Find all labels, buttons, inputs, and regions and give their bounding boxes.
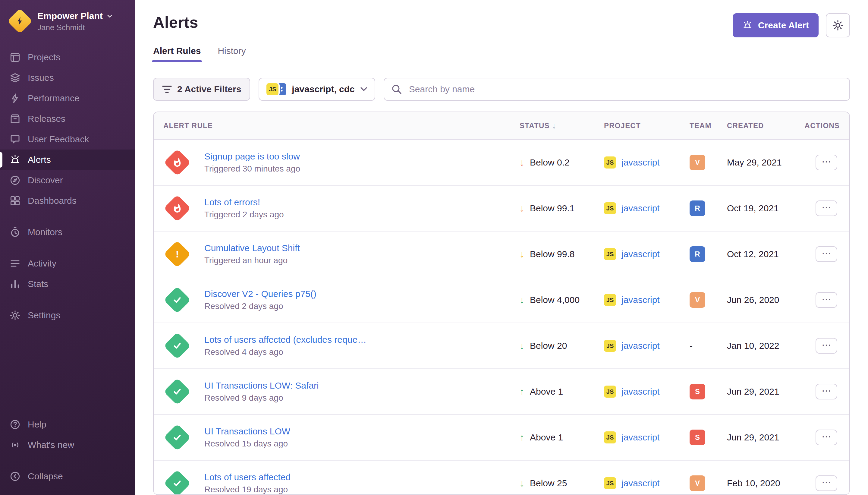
projects-icon xyxy=(10,52,20,63)
siren-icon xyxy=(742,20,752,31)
alert-rule-link[interactable]: Discover V2 - Queries p75() xyxy=(204,289,316,299)
status-value: Above 1 xyxy=(530,432,563,443)
team-avatar: S xyxy=(690,384,705,399)
tab-alert-rules[interactable]: Alert Rules xyxy=(153,46,201,62)
alert-rule-link[interactable]: Lots of users affected xyxy=(204,472,291,482)
row-actions-button[interactable]: ⋯ xyxy=(816,155,837,170)
alert-rule-link[interactable]: Cumulative Layout Shift xyxy=(204,243,300,253)
check-icon xyxy=(172,341,182,351)
active-filters-button[interactable]: 2 Active Filters xyxy=(153,78,250,101)
sidebar-item-discover[interactable]: Discover xyxy=(0,170,135,190)
alert-rule-link[interactable]: Lots of users affected (excludes reque… xyxy=(204,335,366,345)
resolved-alert-icon xyxy=(163,470,191,495)
created-date: Jun 29, 2021 xyxy=(727,387,796,397)
trend-down-icon: ↓ xyxy=(520,478,524,489)
nav-group-divider xyxy=(0,242,135,253)
sidebar-item-whats-new[interactable]: What's new xyxy=(0,435,135,455)
sidebar-item-settings[interactable]: Settings xyxy=(0,305,135,326)
bar-chart-icon xyxy=(10,278,20,289)
alert-rule-subtitle: Triggered 30 minutes ago xyxy=(204,164,300,174)
table-row: Lots of users affected (excludes reque… … xyxy=(154,323,849,369)
alert-rule-link[interactable]: Signup page is too slow xyxy=(204,151,300,161)
sidebar-item-dashboards[interactable]: Dashboards xyxy=(0,190,135,211)
alert-rule-link[interactable]: UI Transactions LOW: Safari xyxy=(204,380,319,391)
team-avatar: R xyxy=(690,246,705,262)
javascript-platform-icon: JS xyxy=(604,202,616,214)
project-selector[interactable]: JS javascript, cdc xyxy=(259,78,375,101)
dashboards-grid-icon xyxy=(10,195,20,206)
sidebar-item-monitors[interactable]: Monitors xyxy=(0,222,135,242)
check-icon xyxy=(172,478,182,488)
sidebar-item-releases[interactable]: Releases xyxy=(0,108,135,129)
check-icon xyxy=(172,295,182,305)
table-row: Lots of errors! Triggered 2 days ago ↓Be… xyxy=(154,186,849,232)
project-link[interactable]: javascript xyxy=(622,249,660,259)
row-actions-button[interactable]: ⋯ xyxy=(816,430,837,445)
ellipsis-icon: ⋯ xyxy=(821,340,831,350)
project-link[interactable]: javascript xyxy=(622,203,660,214)
team-avatar: V xyxy=(690,475,705,491)
sidebar-item-projects[interactable]: Projects xyxy=(0,47,135,68)
chevron-down-icon xyxy=(106,13,113,19)
created-date: Oct 19, 2021 xyxy=(727,203,796,214)
tab-bar: Alert Rules History xyxy=(153,46,850,62)
project-link[interactable]: javascript xyxy=(622,432,660,443)
alert-rule-link[interactable]: Lots of errors! xyxy=(204,197,284,207)
sidebar-item-help[interactable]: Help xyxy=(0,414,135,435)
column-header-actions: Actions xyxy=(796,121,840,130)
status-value: Below 0.2 xyxy=(530,157,570,168)
page-title: Alerts xyxy=(153,13,198,31)
team-avatar: R xyxy=(690,201,705,216)
resolved-alert-icon xyxy=(163,286,191,314)
row-actions-button[interactable]: ⋯ xyxy=(816,246,837,262)
javascript-platform-icon: JS xyxy=(604,477,616,489)
create-alert-button[interactable]: Create Alert xyxy=(733,13,819,37)
tab-history[interactable]: History xyxy=(218,46,246,62)
row-actions-button[interactable]: ⋯ xyxy=(816,384,837,399)
activity-list-icon xyxy=(10,258,20,269)
table-header-row: Alert Rule Status↓ Project Team Created … xyxy=(154,112,849,140)
row-actions-button[interactable]: ⋯ xyxy=(816,201,837,216)
search-input[interactable] xyxy=(408,84,842,95)
trend-up-icon: ↑ xyxy=(520,386,524,397)
project-link[interactable]: javascript xyxy=(622,341,660,351)
releases-icon xyxy=(10,113,20,124)
sidebar-item-activity[interactable]: Activity xyxy=(0,253,135,274)
stopwatch-icon xyxy=(10,227,20,238)
alert-rule-link[interactable]: UI Transactions LOW xyxy=(204,426,290,437)
trend-up-icon: ↑ xyxy=(520,432,524,443)
column-header-status[interactable]: Status↓ xyxy=(520,121,604,131)
project-link[interactable]: javascript xyxy=(622,295,660,305)
project-link[interactable]: javascript xyxy=(622,157,660,168)
issues-icon xyxy=(10,72,20,83)
javascript-platform-icon: JS xyxy=(604,340,616,352)
sidebar-item-performance[interactable]: Performance xyxy=(0,88,135,108)
trend-down-icon: ↓ xyxy=(520,157,524,168)
ellipsis-icon: ⋯ xyxy=(821,294,831,304)
sidebar-item-stats[interactable]: Stats xyxy=(0,274,135,294)
filter-icon xyxy=(162,85,172,93)
project-link[interactable]: javascript xyxy=(622,387,660,397)
javascript-platform-icon: JS xyxy=(604,431,616,443)
settings-button[interactable] xyxy=(826,13,850,37)
row-actions-button[interactable]: ⋯ xyxy=(816,475,837,491)
speech-bubble-icon xyxy=(10,134,20,145)
sidebar-item-issues[interactable]: Issues xyxy=(0,68,135,88)
search-icon xyxy=(392,84,402,95)
current-user-name: Jane Schmidt xyxy=(37,23,113,32)
table-row: Lots of users affected Resolved 19 days … xyxy=(154,461,849,495)
sidebar-item-collapse[interactable]: Collapse xyxy=(0,466,135,487)
ellipsis-icon: ⋯ xyxy=(821,203,831,212)
created-date: May 29, 2021 xyxy=(727,157,796,168)
sidebar-item-alerts[interactable]: Alerts xyxy=(0,150,135,170)
lightning-bolt-icon xyxy=(8,10,31,33)
trend-down-icon: ↓ xyxy=(520,203,524,214)
sidebar-item-user-feedback[interactable]: User Feedback xyxy=(0,129,135,150)
row-actions-button[interactable]: ⋯ xyxy=(816,338,837,354)
row-actions-button[interactable]: ⋯ xyxy=(816,292,837,308)
alert-rule-subtitle: Resolved 2 days ago xyxy=(204,302,316,311)
trend-down-icon: ↓ xyxy=(520,340,524,352)
table-row: Discover V2 - Queries p75() Resolved 2 d… xyxy=(154,277,849,323)
project-link[interactable]: javascript xyxy=(622,478,660,488)
org-switcher[interactable]: Empower Plant Jane Schmidt xyxy=(0,8,135,33)
